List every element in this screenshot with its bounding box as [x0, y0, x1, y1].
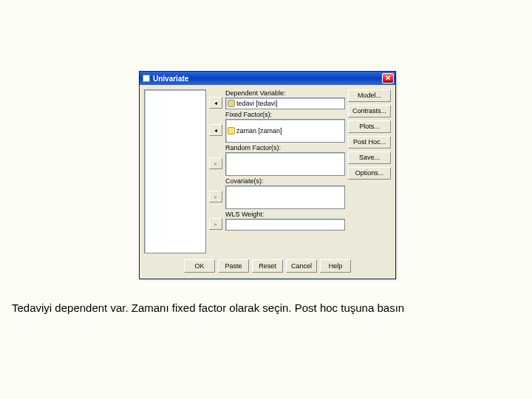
wls-slot[interactable] [225, 219, 345, 231]
scale-var-icon [228, 100, 235, 107]
random-label: Random Factor(s): [225, 144, 345, 151]
paste-button[interactable]: Paste [218, 259, 249, 273]
app-icon [143, 75, 150, 82]
covariate-slot[interactable] [225, 185, 345, 209]
arrow-left-icon: ◂ [214, 100, 217, 106]
random-row: ▸ Random Factor(s): [209, 144, 345, 176]
ok-button[interactable]: OK [184, 259, 215, 273]
fixed-value: zaman [zaman] [236, 127, 282, 134]
reset-button[interactable]: Reset [252, 259, 283, 273]
save-button[interactable]: Save... [348, 151, 391, 164]
random-slot[interactable] [225, 152, 345, 176]
fixed-row: ◂ Fixed Factor(s): zaman [zaman] [209, 111, 345, 143]
options-button[interactable]: Options... [348, 167, 391, 180]
move-covariate-button[interactable]: ▸ [209, 191, 222, 202]
dependent-value: tedavi [tedavi] [236, 100, 278, 107]
cancel-button[interactable]: Cancel [286, 259, 317, 273]
model-button[interactable]: Model... [348, 89, 391, 102]
dependent-slot[interactable]: tedavi [tedavi] [225, 98, 345, 109]
side-buttons: Model... Contrasts... Plots... Post Hoc.… [348, 89, 391, 253]
close-icon: ✕ [385, 75, 391, 82]
fixed-slot[interactable]: zaman [zaman] [225, 119, 345, 143]
dependent-row: ◂ Dependent Variable: tedavi [tedavi] [209, 89, 345, 109]
wls-row: ▸ WLS Weight: [209, 211, 345, 231]
move-dependent-button[interactable]: ◂ [209, 97, 222, 109]
contrasts-button[interactable]: Contrasts... [348, 105, 391, 117]
move-fixed-button[interactable]: ◂ [209, 124, 222, 136]
plots-button[interactable]: Plots... [348, 120, 391, 133]
source-variable-list[interactable] [144, 89, 206, 253]
move-random-button[interactable]: ▸ [209, 157, 222, 169]
arrow-right-icon: ▸ [214, 160, 217, 167]
close-button[interactable]: ✕ [382, 73, 394, 83]
posthoc-button[interactable]: Post Hoc... [348, 136, 391, 149]
arrow-right-icon: ▸ [214, 194, 217, 200]
wls-label: WLS Weight: [225, 211, 345, 218]
move-wls-button[interactable]: ▸ [209, 218, 222, 230]
covariate-row: ▸ Covariate(s): [209, 177, 345, 209]
arrow-left-icon: ◂ [214, 127, 217, 134]
univariate-dialog: Univariate ✕ ◂ Dependent Variable: tedav… [139, 71, 396, 279]
fields-column: ◂ Dependent Variable: tedavi [tedavi] ◂ … [209, 89, 345, 253]
slide-caption: Tedaviyi dependent var. Zamanı fixed fac… [12, 301, 404, 314]
help-button[interactable]: Help [320, 259, 351, 273]
covariate-label: Covariate(s): [225, 177, 345, 185]
window-title: Univariate [153, 75, 382, 83]
bottom-bar: OK Paste Reset Cancel Help [140, 256, 395, 279]
dependent-label: Dependent Variable: [225, 89, 345, 97]
nominal-var-icon [228, 127, 235, 134]
arrow-right-icon: ▸ [214, 221, 217, 228]
titlebar[interactable]: Univariate ✕ [140, 72, 395, 85]
fixed-label: Fixed Factor(s): [225, 111, 345, 118]
dialog-body: ◂ Dependent Variable: tedavi [tedavi] ◂ … [140, 85, 395, 256]
